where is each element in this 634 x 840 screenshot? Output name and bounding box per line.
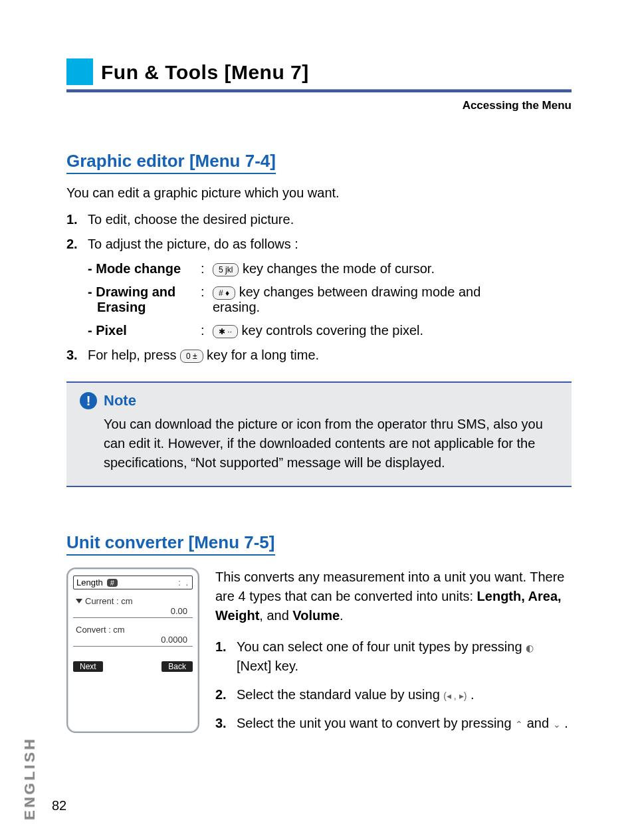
phone-tab-length: Length xyxy=(76,578,103,587)
step-1-number: 1. xyxy=(66,212,88,227)
step-3-after: key for a long time. xyxy=(207,348,319,362)
nav-up-icon: ⌃ xyxy=(515,718,523,731)
pixel-label: - Pixel xyxy=(88,323,201,338)
step-3-before: For help, press xyxy=(88,348,180,362)
phone-current-value: 0.00 xyxy=(76,606,190,616)
drawing-label-2: Erasing xyxy=(88,300,201,315)
drawing-erasing-row: - Drawing and Erasing : # ♦ key changes … xyxy=(88,284,572,315)
key-5-icon: 5 jkl xyxy=(213,263,239,276)
step-3: 3. For help, press 0 ± key for a long ti… xyxy=(66,348,572,363)
unit-converter-intro: This converts any measurement into a uni… xyxy=(215,568,572,625)
drawing-label-1: - Drawing and xyxy=(88,284,201,300)
note-title: Note xyxy=(104,392,136,409)
step-1-text: To edit, choose the desired picture. xyxy=(88,212,294,227)
step-1: 1. To edit, choose the desired picture. xyxy=(66,212,572,227)
phone-convert-label: Convert : cm xyxy=(76,625,190,635)
pixel-text: key controls covering the pixel. xyxy=(242,323,423,338)
note-body: You can download the picture or icon fro… xyxy=(104,415,558,472)
breadcrumb: Accessing the Menu xyxy=(66,99,572,112)
page-number: 82 xyxy=(52,798,66,813)
drawing-text-1: key changes between drawing mode and xyxy=(239,284,481,299)
phone-current-label: Current : cm xyxy=(85,596,133,606)
note-box: ! Note You can download the picture or i… xyxy=(66,381,572,487)
info-icon: ! xyxy=(80,392,97,409)
phone-convert-value: 0.0000 xyxy=(76,635,190,645)
title-accent-block xyxy=(66,58,93,85)
key-star-icon: ✱ ·· xyxy=(213,325,238,338)
phone-hash-icon: # xyxy=(107,579,118,587)
step-2-number: 2. xyxy=(66,237,88,252)
softkey-left-icon: ◐ xyxy=(526,641,534,655)
key-0-icon: 0 ± xyxy=(180,350,203,363)
nav-down-icon: ⌄ xyxy=(553,718,561,731)
uc-step-3: 3. Select the unit you want to convert b… xyxy=(215,714,572,733)
nav-left-icon: (◂ , ▸) xyxy=(443,689,467,702)
step-2-text: To adjust the picture, do as follows : xyxy=(88,237,298,252)
title-rule-thick xyxy=(66,90,572,92)
heading-graphic-editor: Graphic editor [Menu 7-4] xyxy=(66,151,276,174)
phone-tab-dots: : . xyxy=(122,578,189,587)
key-hash-icon: # ♦ xyxy=(213,286,235,300)
pixel-row: - Pixel : ✱ ·· key controls covering the… xyxy=(88,323,572,338)
phone-screenshot: Length # : . Current : cm 0.00 Convert :… xyxy=(66,568,199,733)
graphic-editor-intro: You can edit a graphic picture which you… xyxy=(66,183,572,203)
language-tab: ENGLISH xyxy=(21,736,39,820)
uc-step-2: 2. Select the standard value by using (◂… xyxy=(215,685,572,704)
drawing-text-2: erasing. xyxy=(213,300,480,315)
phone-softkey-next: Next xyxy=(73,661,103,672)
heading-unit-converter: Unit converter [Menu 7-5] xyxy=(66,532,275,556)
step-2: 2. To adjust the picture, do as follows … xyxy=(66,237,572,252)
mode-change-row: - Mode change : 5 jkl key changes the mo… xyxy=(88,261,572,276)
mode-change-text: key changes the mode of cursor. xyxy=(243,261,435,276)
down-triangle-icon xyxy=(76,599,82,603)
uc-step-1: 1. You can select one of four unit types… xyxy=(215,637,572,676)
page-title: Fun & Tools [Menu 7] xyxy=(101,58,309,85)
phone-softkey-back: Back xyxy=(161,661,193,672)
step-3-number: 3. xyxy=(66,348,88,363)
mode-change-label: - Mode change xyxy=(88,261,201,276)
